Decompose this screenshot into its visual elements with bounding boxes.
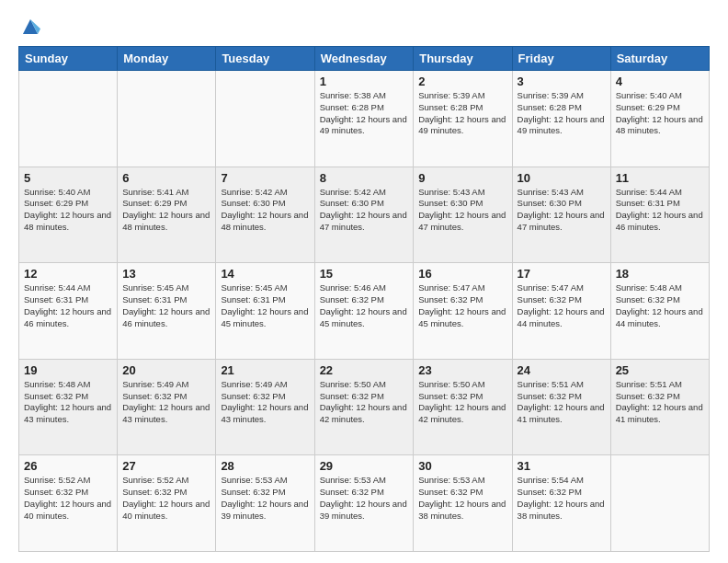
calendar-cell: 19Sunrise: 5:48 AM Sunset: 6:32 PM Dayli…: [19, 359, 118, 455]
calendar-cell: 5Sunrise: 5:40 AM Sunset: 6:29 PM Daylig…: [19, 167, 118, 263]
day-info: Sunrise: 5:50 AM Sunset: 6:32 PM Dayligh…: [418, 379, 506, 426]
day-number: 20: [122, 363, 210, 377]
calendar-table: SundayMondayTuesdayWednesdayThursdayFrid…: [18, 46, 710, 552]
day-number: 29: [320, 459, 409, 473]
day-info: Sunrise: 5:49 AM Sunset: 6:32 PM Dayligh…: [122, 379, 210, 426]
calendar-cell: [19, 71, 118, 167]
day-number: 27: [122, 459, 210, 473]
day-info: Sunrise: 5:38 AM Sunset: 6:28 PM Dayligh…: [320, 90, 409, 137]
calendar-cell: 12Sunrise: 5:44 AM Sunset: 6:31 PM Dayli…: [19, 263, 118, 360]
day-info: Sunrise: 5:40 AM Sunset: 6:29 PM Dayligh…: [616, 90, 704, 137]
calendar-cell: 25Sunrise: 5:51 AM Sunset: 6:32 PM Dayli…: [610, 359, 709, 455]
calendar-cell: [118, 71, 216, 167]
calendar-cell: 4Sunrise: 5:40 AM Sunset: 6:29 PM Daylig…: [610, 71, 709, 167]
calendar-weekday-thursday: Thursday: [414, 47, 512, 71]
calendar-weekday-saturday: Saturday: [610, 47, 709, 71]
day-number: 6: [122, 171, 210, 185]
calendar-weekday-wednesday: Wednesday: [314, 47, 414, 71]
day-number: 25: [616, 363, 704, 377]
day-info: Sunrise: 5:47 AM Sunset: 6:32 PM Dayligh…: [518, 282, 606, 329]
day-info: Sunrise: 5:44 AM Sunset: 6:31 PM Dayligh…: [24, 282, 112, 329]
calendar-cell: 27Sunrise: 5:52 AM Sunset: 6:32 PM Dayli…: [118, 455, 216, 552]
day-info: Sunrise: 5:39 AM Sunset: 6:28 PM Dayligh…: [418, 90, 506, 137]
calendar-weekday-sunday: Sunday: [19, 47, 118, 71]
day-number: 12: [24, 267, 112, 281]
calendar-cell: 2Sunrise: 5:39 AM Sunset: 6:28 PM Daylig…: [414, 71, 512, 167]
day-info: Sunrise: 5:48 AM Sunset: 6:32 PM Dayligh…: [616, 282, 704, 329]
day-number: 10: [518, 171, 606, 185]
calendar-cell: [216, 71, 314, 167]
calendar-cell: 15Sunrise: 5:46 AM Sunset: 6:32 PM Dayli…: [314, 263, 414, 360]
day-info: Sunrise: 5:41 AM Sunset: 6:29 PM Dayligh…: [122, 187, 210, 234]
calendar-cell: 30Sunrise: 5:53 AM Sunset: 6:32 PM Dayli…: [414, 455, 512, 552]
logo-icon: [20, 17, 40, 37]
day-number: 4: [616, 75, 704, 88]
day-number: 3: [518, 75, 606, 88]
day-number: 23: [418, 363, 506, 377]
calendar-cell: 16Sunrise: 5:47 AM Sunset: 6:32 PM Dayli…: [414, 263, 512, 360]
calendar-week-row: 19Sunrise: 5:48 AM Sunset: 6:32 PM Dayli…: [19, 359, 710, 455]
calendar-cell: 10Sunrise: 5:43 AM Sunset: 6:30 PM Dayli…: [512, 167, 610, 263]
day-number: 30: [418, 459, 506, 473]
calendar-cell: [610, 455, 709, 552]
day-number: 8: [320, 171, 409, 185]
day-info: Sunrise: 5:54 AM Sunset: 6:32 PM Dayligh…: [518, 475, 606, 522]
calendar-cell: 13Sunrise: 5:45 AM Sunset: 6:31 PM Dayli…: [118, 263, 216, 360]
calendar-cell: 14Sunrise: 5:45 AM Sunset: 6:31 PM Dayli…: [216, 263, 314, 360]
calendar-week-row: 12Sunrise: 5:44 AM Sunset: 6:31 PM Dayli…: [19, 263, 710, 360]
day-number: 15: [320, 267, 409, 281]
day-info: Sunrise: 5:50 AM Sunset: 6:32 PM Dayligh…: [320, 379, 409, 426]
calendar-weekday-monday: Monday: [118, 47, 216, 71]
calendar-header-row: SundayMondayTuesdayWednesdayThursdayFrid…: [19, 47, 710, 71]
day-number: 7: [221, 171, 309, 185]
calendar-cell: 20Sunrise: 5:49 AM Sunset: 6:32 PM Dayli…: [118, 359, 216, 455]
calendar-week-row: 5Sunrise: 5:40 AM Sunset: 6:29 PM Daylig…: [19, 167, 710, 263]
calendar-cell: 17Sunrise: 5:47 AM Sunset: 6:32 PM Dayli…: [512, 263, 610, 360]
calendar-cell: 28Sunrise: 5:53 AM Sunset: 6:32 PM Dayli…: [216, 455, 314, 552]
day-info: Sunrise: 5:46 AM Sunset: 6:32 PM Dayligh…: [320, 282, 409, 329]
calendar-cell: 3Sunrise: 5:39 AM Sunset: 6:28 PM Daylig…: [512, 71, 610, 167]
day-number: 21: [221, 363, 309, 377]
calendar-cell: 29Sunrise: 5:53 AM Sunset: 6:32 PM Dayli…: [314, 455, 414, 552]
day-info: Sunrise: 5:42 AM Sunset: 6:30 PM Dayligh…: [221, 187, 309, 234]
day-number: 24: [518, 363, 606, 377]
day-number: 28: [221, 459, 309, 473]
day-info: Sunrise: 5:45 AM Sunset: 6:31 PM Dayligh…: [122, 282, 210, 329]
day-info: Sunrise: 5:44 AM Sunset: 6:31 PM Dayligh…: [616, 187, 704, 234]
day-info: Sunrise: 5:47 AM Sunset: 6:32 PM Dayligh…: [418, 282, 506, 329]
day-number: 19: [24, 363, 112, 377]
calendar-cell: 11Sunrise: 5:44 AM Sunset: 6:31 PM Dayli…: [610, 167, 709, 263]
day-info: Sunrise: 5:43 AM Sunset: 6:30 PM Dayligh…: [418, 187, 506, 234]
day-number: 31: [518, 459, 606, 473]
calendar-cell: 18Sunrise: 5:48 AM Sunset: 6:32 PM Dayli…: [610, 263, 709, 360]
day-number: 1: [320, 75, 409, 88]
day-info: Sunrise: 5:39 AM Sunset: 6:28 PM Dayligh…: [518, 90, 606, 137]
day-info: Sunrise: 5:48 AM Sunset: 6:32 PM Dayligh…: [24, 379, 112, 426]
calendar-cell: 6Sunrise: 5:41 AM Sunset: 6:29 PM Daylig…: [118, 167, 216, 263]
calendar-weekday-tuesday: Tuesday: [216, 47, 314, 71]
calendar-cell: 26Sunrise: 5:52 AM Sunset: 6:32 PM Dayli…: [19, 455, 118, 552]
day-info: Sunrise: 5:53 AM Sunset: 6:32 PM Dayligh…: [418, 475, 506, 522]
day-number: 17: [518, 267, 606, 281]
day-info: Sunrise: 5:53 AM Sunset: 6:32 PM Dayligh…: [320, 475, 409, 522]
calendar-cell: 24Sunrise: 5:51 AM Sunset: 6:32 PM Dayli…: [512, 359, 610, 455]
day-info: Sunrise: 5:52 AM Sunset: 6:32 PM Dayligh…: [24, 475, 112, 522]
day-number: 9: [418, 171, 506, 185]
page-header: [18, 17, 710, 37]
day-number: 5: [24, 171, 112, 185]
calendar-cell: 21Sunrise: 5:49 AM Sunset: 6:32 PM Dayli…: [216, 359, 314, 455]
day-info: Sunrise: 5:40 AM Sunset: 6:29 PM Dayligh…: [24, 187, 112, 234]
day-info: Sunrise: 5:45 AM Sunset: 6:31 PM Dayligh…: [221, 282, 309, 329]
day-info: Sunrise: 5:51 AM Sunset: 6:32 PM Dayligh…: [518, 379, 606, 426]
calendar-cell: 7Sunrise: 5:42 AM Sunset: 6:30 PM Daylig…: [216, 167, 314, 263]
calendar-weekday-friday: Friday: [512, 47, 610, 71]
calendar-cell: 1Sunrise: 5:38 AM Sunset: 6:28 PM Daylig…: [314, 71, 414, 167]
day-number: 26: [24, 459, 112, 473]
day-info: Sunrise: 5:42 AM Sunset: 6:30 PM Dayligh…: [320, 187, 409, 234]
day-info: Sunrise: 5:51 AM Sunset: 6:32 PM Dayligh…: [616, 379, 704, 426]
day-number: 11: [616, 171, 704, 185]
day-number: 22: [320, 363, 409, 377]
calendar-cell: 23Sunrise: 5:50 AM Sunset: 6:32 PM Dayli…: [414, 359, 512, 455]
calendar-week-row: 1Sunrise: 5:38 AM Sunset: 6:28 PM Daylig…: [19, 71, 710, 167]
calendar-cell: 9Sunrise: 5:43 AM Sunset: 6:30 PM Daylig…: [414, 167, 512, 263]
